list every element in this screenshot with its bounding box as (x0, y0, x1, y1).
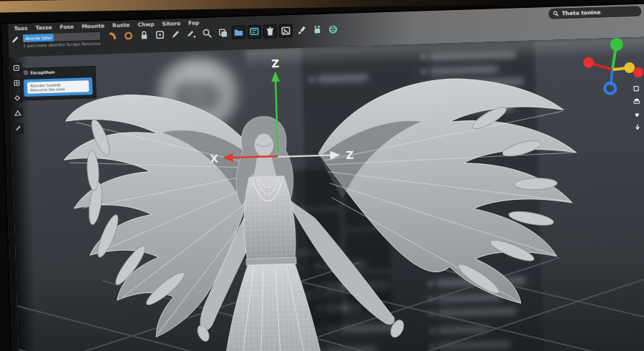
diamond-tool-icon[interactable] (11, 92, 22, 103)
scene-svg: Z X Z (9, 37, 644, 351)
pen-dot-icon[interactable] (185, 27, 199, 41)
pen-dot-glyph (186, 28, 197, 39)
gizmo-up-label: Z (271, 57, 280, 70)
3d-viewport[interactable]: Z X Z (9, 37, 644, 351)
mini-icon-column (633, 85, 642, 131)
brush-glyph (296, 25, 307, 36)
trash-glyph (265, 26, 275, 37)
pen-glyph (14, 124, 22, 132)
frame-glyph (12, 64, 20, 72)
panel-icon (23, 70, 28, 75)
heart-icon[interactable] (633, 110, 641, 118)
lock-glyph (139, 30, 150, 41)
folder-glyph (233, 27, 244, 37)
screen-icon[interactable] (248, 25, 262, 39)
cube-dots-icon[interactable] (311, 23, 325, 37)
copy-glyph (218, 27, 228, 38)
left-tool-column (11, 62, 24, 133)
green-pen-tool-icon[interactable] (13, 122, 24, 133)
frame-glyph (155, 29, 165, 40)
floating-panel: Escapthon Abordes brateds Resource the s… (19, 66, 96, 100)
photo-of-monitor: ToosTasseFoseMounteRusteChwpSitoroFep Ab… (0, 0, 644, 351)
menu-item-fep[interactable]: Fep (188, 19, 200, 26)
search-icon (552, 11, 559, 17)
frame-icon[interactable] (153, 28, 167, 42)
cube-dots-glyph (312, 24, 323, 35)
image-icon[interactable] (279, 24, 293, 38)
panel-title: Escapthon (30, 69, 54, 74)
magnifier-glyph (202, 28, 213, 39)
panel-highlight[interactable]: Abordes brateds Resource the steel (24, 77, 93, 97)
pen-icon[interactable] (169, 27, 183, 42)
menu-item-toos[interactable]: Toos (14, 25, 28, 32)
handset-glyph (107, 31, 118, 42)
menu-item-fose[interactable]: Fose (60, 24, 74, 31)
lock-icon[interactable] (137, 28, 152, 42)
left-wing (62, 91, 263, 340)
printer-icon[interactable] (633, 97, 640, 105)
ring-glyph (123, 30, 134, 41)
gizmo-left-label: X (210, 153, 219, 165)
grid-tool-icon[interactable] (11, 77, 22, 88)
ring-icon[interactable] (122, 29, 136, 43)
pen-glyph (170, 29, 181, 39)
floor-grid (9, 253, 644, 351)
quick-field-selected-text: Abordo totel (23, 34, 54, 42)
menu-item-sitoro[interactable]: Sitoro (162, 20, 180, 27)
menu-item-mounte[interactable]: Mounte (82, 22, 104, 29)
magnifier-icon[interactable] (200, 27, 215, 41)
menu-item-chwp[interactable]: Chwp (137, 21, 154, 28)
copy-icon[interactable] (216, 26, 230, 40)
search-value: Theto tonine (562, 9, 600, 17)
triangle-glyph (14, 109, 21, 117)
trash-icon[interactable] (263, 24, 278, 39)
panel-line: Resource the steel (30, 86, 86, 92)
menu-item-tasse[interactable]: Tasse (35, 24, 52, 32)
screen-glyph (249, 27, 260, 37)
field-pen-icon (10, 34, 20, 45)
grid-glyph (13, 79, 21, 87)
square-icon[interactable] (633, 85, 640, 92)
folder-icon[interactable] (232, 25, 246, 39)
image-glyph (280, 25, 291, 36)
sphere-wire-icon[interactable] (326, 22, 341, 37)
application-window: ToosTasseFoseMounteRusteChwpSitoroFep Ab… (1, 4, 644, 351)
gizmo-right-label: Z (346, 149, 354, 162)
search-input[interactable]: Theto tonine (547, 5, 642, 20)
sphere-wire-glyph (328, 24, 338, 34)
arrow-down-icon[interactable] (633, 123, 641, 131)
brush-icon[interactable] (295, 24, 309, 38)
menu-item-ruste[interactable]: Ruste (112, 21, 130, 29)
diamond-glyph (14, 94, 21, 102)
frame-tool-icon[interactable] (11, 62, 21, 73)
triangle-tool-icon[interactable] (12, 107, 23, 118)
handset-icon[interactable] (106, 29, 120, 44)
